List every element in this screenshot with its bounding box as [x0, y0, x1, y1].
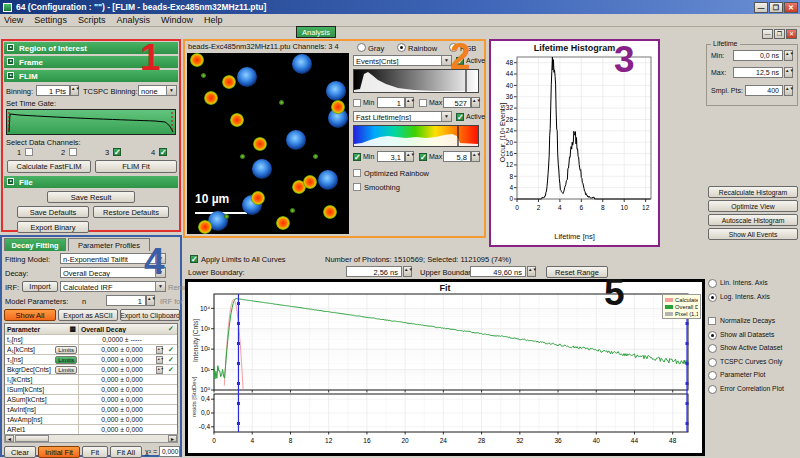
lifetime-min-checkbox[interactable]	[353, 153, 361, 161]
apply-limits-checkbox[interactable]	[190, 255, 198, 263]
param-value[interactable]: 0,000 ± 0,000	[79, 356, 165, 363]
irf-import-button[interactable]: Import	[22, 281, 58, 292]
chevron-down-icon[interactable]: ▼	[155, 282, 165, 291]
radio-icon[interactable]	[708, 371, 717, 380]
clear-button[interactable]: Clear	[4, 446, 36, 458]
tab-analysis[interactable]: Analysis	[296, 26, 336, 38]
restore-defaults-button[interactable]: Restore Defaults	[93, 206, 169, 218]
binning-spinner[interactable]: ▲▼	[70, 85, 79, 96]
limits-button[interactable]: Limits	[55, 366, 77, 374]
collapse-icon[interactable]: ▪	[7, 178, 14, 185]
display-mode-rainbow-radio[interactable]	[397, 43, 406, 52]
save-result-button[interactable]: Save Result	[47, 191, 135, 203]
limits-button[interactable]: Limits	[55, 356, 77, 364]
radio-icon[interactable]	[708, 358, 717, 367]
button-show-all-events[interactable]: Show All Events	[708, 228, 798, 240]
option-lin-intens-axis[interactable]: Lin. Intens. Axis	[708, 278, 800, 292]
upper-boundary-spinner[interactable]: ▲▼	[527, 266, 536, 277]
button-optimize-view[interactable]: Optimize View	[708, 200, 798, 212]
close-icon[interactable]: ✕	[784, 2, 798, 13]
table-hscrollbar[interactable]: ◄ ►	[4, 434, 178, 443]
menu-item-settings[interactable]: Settings	[34, 15, 67, 25]
events-min-checkbox[interactable]	[353, 99, 361, 107]
calculate-fastflim-button[interactable]: Calculate FastFLIM	[7, 160, 91, 173]
table-row[interactable]: ▲▼A₁[kCnts]Limits0,000 ± 0,000✓	[5, 345, 177, 355]
n-input[interactable]: 1	[106, 295, 146, 306]
menu-item-analysis[interactable]: Analysis	[116, 15, 150, 25]
table-row[interactable]: ISum[kCnts]0,000 ± 0,000	[5, 385, 177, 395]
lt-max-spinner[interactable]: ▲▼	[784, 67, 793, 78]
events-max-checkbox[interactable]	[419, 99, 427, 107]
option-show-all-datasets[interactable]: Show all Datasets	[708, 330, 800, 344]
fit-button[interactable]: Fit	[82, 446, 108, 458]
scroll-thumb[interactable]	[15, 435, 49, 442]
channel-2-checkbox[interactable]	[69, 148, 77, 156]
fit-checkbox[interactable]: ✓	[165, 346, 177, 354]
mdi-restore-icon[interactable]: ❐	[774, 29, 785, 39]
channel-4-checkbox[interactable]	[159, 148, 167, 156]
lifetime-active-checkbox[interactable]	[456, 113, 464, 121]
checkbox-icon[interactable]	[708, 317, 716, 325]
radio-icon[interactable]	[708, 385, 717, 394]
lifetime-min-spinner[interactable]: ▲▼	[405, 151, 414, 162]
menu-item-window[interactable]: Window	[161, 15, 193, 25]
reset-range-button[interactable]: Reset Range	[546, 266, 608, 278]
export-binary-button[interactable]: Export Binary	[17, 221, 89, 233]
channel-1-checkbox[interactable]	[25, 148, 33, 156]
save-defaults-button[interactable]: Save Defaults	[17, 206, 89, 218]
lifetime-max-spinner[interactable]: ▲▼	[471, 151, 480, 162]
table-row[interactable]: t₀[ns]0,0000 ± -----	[5, 335, 177, 345]
tcspc-binning-select[interactable]: none▼	[138, 85, 177, 96]
flim-image[interactable]: 10 µm	[187, 53, 349, 234]
rainbow-gradient-bar[interactable]	[353, 125, 479, 147]
lt-min-input[interactable]: 0,0 ns	[733, 50, 783, 61]
minimize-icon[interactable]: —	[754, 2, 768, 13]
fit-all-button[interactable]: Fit All	[110, 446, 142, 458]
collapse-icon[interactable]: ▪	[7, 44, 14, 51]
scroll-right-icon[interactable]: ►	[168, 435, 177, 442]
channel-3-checkbox[interactable]	[113, 148, 121, 156]
menu-item-view[interactable]: View	[4, 15, 23, 25]
n-spinner[interactable]: ▲▼	[146, 295, 155, 306]
lifetime-max-input[interactable]: 5,8	[443, 151, 471, 162]
option-parameter-plot[interactable]: Parameter Plot	[708, 370, 800, 384]
mdi-minimize-icon[interactable]: —	[762, 29, 773, 39]
events-min-spinner[interactable]: ▲▼	[405, 97, 414, 108]
value-spinner[interactable]: ▲▼	[156, 346, 163, 354]
option-tcspc-curves-only[interactable]: TCSPC Curves Only	[708, 357, 800, 371]
radio-icon[interactable]	[708, 279, 717, 288]
option-error-correlation-plot[interactable]: Error Correlation Plot	[708, 384, 800, 398]
value-header[interactable]: Overall Decay	[79, 326, 165, 333]
table-row[interactable]: τAvInt[ns]0,000 ± 0,000	[5, 405, 177, 415]
value-spinner[interactable]: ▲▼	[156, 356, 163, 364]
option-show-active-dataset[interactable]: Show Active Dataset	[708, 343, 800, 357]
display-mode-gray-radio[interactable]	[357, 43, 366, 52]
export-ascii-button[interactable]: Export as ASCII	[58, 309, 118, 321]
lifetime-min-input[interactable]: 3,1	[377, 151, 405, 162]
lifetime-select[interactable]: Fast Lifetime[ns]▼	[353, 111, 452, 122]
button-autoscale-histogram[interactable]: Autoscale Histogram	[708, 214, 798, 226]
fit-checkbox[interactable]: ✓	[165, 366, 177, 374]
radio-icon[interactable]	[708, 293, 717, 302]
fit-checkbox[interactable]: ✓	[165, 356, 177, 364]
lt-smpl-input[interactable]: 400	[745, 85, 783, 96]
irf-select[interactable]: Calculated IRF▼	[60, 281, 166, 292]
table-row[interactable]: ▲▼BkgrDec[Cnts]Limits0,000 ± 0,000✓	[5, 365, 177, 375]
table-row[interactable]: τAvAmp[ns]0,000 ± 0,000	[5, 415, 177, 425]
chevron-down-icon[interactable]: ▼	[441, 112, 451, 121]
optimized-rainbow-checkbox[interactable]	[353, 169, 361, 177]
time-gate-widget[interactable]	[6, 109, 176, 135]
upper-boundary-input[interactable]: 49,60 ns	[470, 266, 526, 277]
param-value[interactable]: 0,000 ± 0,000	[79, 346, 165, 353]
events-min-input[interactable]: 1	[377, 97, 405, 108]
param-value[interactable]: 0,000 ± 0,000	[79, 366, 165, 373]
events-select[interactable]: Events[Cnts]▼	[353, 55, 452, 66]
value-spinner[interactable]: ▲▼	[156, 366, 163, 374]
table-row[interactable]: I₁[kCnts]0,000 ± 0,000	[5, 375, 177, 385]
limits-button[interactable]: Limits	[55, 346, 77, 354]
maximize-icon[interactable]: ❐	[769, 2, 783, 13]
events-max-input[interactable]: 527	[443, 97, 471, 108]
table-row[interactable]: ▲▼τ₁[ns]Limits0,000 ± 0,000✓	[5, 355, 177, 365]
mdi-close-icon[interactable]: ✕	[786, 29, 797, 39]
radio-icon[interactable]	[708, 331, 717, 340]
